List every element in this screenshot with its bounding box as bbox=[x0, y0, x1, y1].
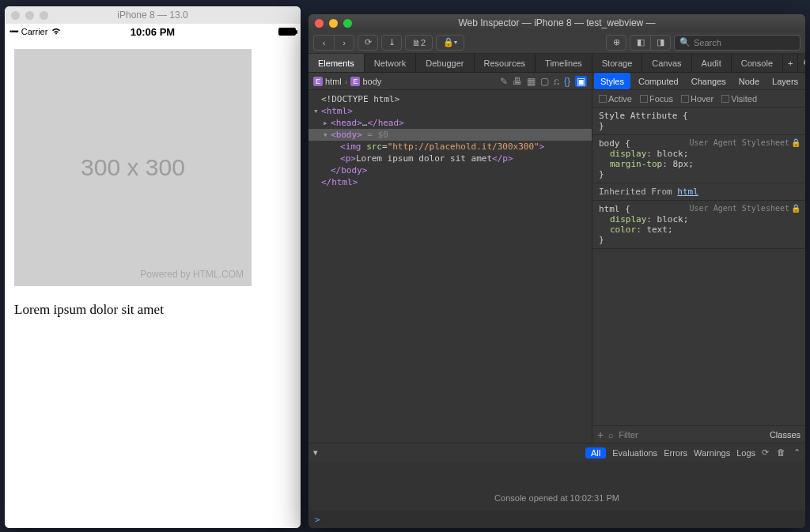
paint-icon[interactable]: ⎌ bbox=[554, 76, 559, 87]
file-stepper[interactable]: 🗎 2 bbox=[405, 35, 433, 51]
filter-input[interactable]: Filter bbox=[619, 430, 765, 440]
simulator-window: iPhone 8 — 13.0 ••••• Carrier 10:06 PM 3… bbox=[5, 6, 301, 528]
console-opened-message: Console opened at 10:02:31 PM bbox=[494, 493, 619, 503]
tab-console[interactable]: Console bbox=[732, 54, 783, 72]
styles-tab-layers[interactable]: Layers bbox=[766, 73, 804, 89]
tab-canvas[interactable]: Canvas bbox=[642, 54, 691, 72]
inspector-tabs: Elements Network Debugger Resources Time… bbox=[308, 54, 805, 73]
reload-icon[interactable]: ⟳ bbox=[762, 447, 769, 458]
powered-by-label: Powered by HTML.COM bbox=[140, 269, 244, 280]
console-toggle-icon[interactable]: ▾ bbox=[313, 447, 318, 458]
file-count: 2 bbox=[421, 38, 426, 47]
download-button[interactable]: ⤓ bbox=[381, 35, 402, 51]
dock-left-button[interactable]: ◧ bbox=[630, 35, 650, 51]
paragraph-text: Lorem ipsum dolor sit amet bbox=[14, 302, 291, 318]
box-model-icon[interactable]: ▣ bbox=[575, 76, 587, 87]
compose-icon[interactable]: ✎ bbox=[500, 76, 508, 87]
dom-tree[interactable]: <!DOCTYPE html> ▾<html> ▸<head>…</head> … bbox=[308, 90, 592, 443]
search-input[interactable]: 🔍 Search bbox=[674, 35, 801, 51]
filter-logs[interactable]: Logs bbox=[736, 448, 755, 458]
classes-button[interactable]: Classes bbox=[770, 430, 801, 440]
lock-button[interactable]: 🔒 ▾ bbox=[436, 35, 464, 51]
layout-icon[interactable]: ▦ bbox=[527, 76, 536, 87]
tab-network[interactable]: Network bbox=[365, 54, 416, 72]
lock-icon: 🔒 bbox=[791, 204, 801, 213]
inspector-toolbar: ‹ › ⟳ ⤓ 🗎 2 🔒 ▾ ⊕ ◧ ◨ 🔍 Search bbox=[308, 32, 805, 54]
tab-debugger[interactable]: Debugger bbox=[416, 54, 474, 72]
prompt-caret-icon: > bbox=[315, 515, 320, 525]
inspector-titlebar: Web Inspector — iPhone 8 — test_webview … bbox=[308, 14, 805, 32]
target-button[interactable]: ⊕ bbox=[606, 35, 626, 51]
style-attribute-block[interactable]: Style Attribute { } bbox=[592, 108, 805, 135]
dom-html-open[interactable]: ▾<html> bbox=[308, 105, 592, 117]
filter-evaluations[interactable]: Evaluations bbox=[612, 448, 657, 458]
forward-button[interactable]: › bbox=[334, 35, 354, 51]
styles-tab-changes[interactable]: Changes bbox=[685, 73, 732, 89]
pseudo-active[interactable]: Active bbox=[599, 94, 632, 104]
tab-resources[interactable]: Resources bbox=[475, 54, 536, 72]
tab-audit[interactable]: Audit bbox=[692, 54, 732, 72]
search-icon: 🔍 bbox=[679, 37, 691, 47]
styles-body[interactable]: Style Attribute { } User Agent Styleshee… bbox=[592, 108, 805, 425]
inspector-title: Web Inspector — iPhone 8 — test_webview … bbox=[308, 17, 805, 28]
dock-right-button[interactable]: ◨ bbox=[650, 35, 671, 51]
pseudo-row: Active Focus Hover Visited bbox=[592, 90, 805, 108]
inherited-header: Inherited From html bbox=[592, 183, 805, 201]
add-rule-button[interactable]: + bbox=[597, 428, 604, 441]
braces-icon[interactable]: {} bbox=[564, 76, 570, 87]
tab-elements[interactable]: Elements bbox=[308, 54, 365, 72]
filter-icon: ⌕ bbox=[608, 430, 614, 440]
crumb-body[interactable]: Ebody bbox=[350, 77, 381, 86]
console-prompt[interactable]: > bbox=[308, 511, 805, 528]
placeholder-dimensions: 300 x 300 bbox=[81, 154, 185, 181]
battery-icon bbox=[278, 28, 296, 36]
pseudo-hover[interactable]: Hover bbox=[681, 94, 713, 104]
crumb-html[interactable]: Ehtml bbox=[313, 77, 342, 86]
inspector-window: Web Inspector — iPhone 8 — test_webview … bbox=[308, 14, 805, 528]
grid-icon[interactable]: ▢ bbox=[540, 76, 549, 87]
body-rule-block[interactable]: User Agent Stylesheet🔒 body { display: b… bbox=[592, 135, 805, 183]
reload-button[interactable]: ⟳ bbox=[358, 35, 378, 51]
placeholder-image: 300 x 300 Powered by HTML.COM bbox=[14, 49, 252, 286]
dom-body-open[interactable]: ▾<body> = $0 bbox=[308, 129, 592, 141]
simulator-title: iPhone 8 — 13.0 bbox=[5, 9, 301, 21]
styles-filter-row: + ⌕ Filter Classes bbox=[592, 425, 805, 443]
search-placeholder: Search bbox=[694, 38, 721, 47]
html-rule-block[interactable]: User Agent Stylesheet🔒 html { display: b… bbox=[592, 201, 805, 249]
dom-body-close[interactable]: </body> bbox=[308, 164, 592, 176]
add-tab-button[interactable]: + bbox=[783, 54, 798, 72]
dom-p[interactable]: <p>Lorem ipsum dolor sit amet</p> bbox=[308, 153, 592, 164]
expand-icon[interactable]: ⌃ bbox=[793, 447, 801, 458]
simulator-titlebar: iPhone 8 — 13.0 bbox=[5, 6, 301, 24]
filter-all[interactable]: All bbox=[585, 447, 606, 458]
tab-storage[interactable]: Storage bbox=[592, 54, 643, 72]
tab-timelines[interactable]: Timelines bbox=[536, 54, 592, 72]
pseudo-focus[interactable]: Focus bbox=[640, 94, 673, 104]
dom-html-close[interactable]: </html> bbox=[308, 176, 592, 188]
dom-doctype[interactable]: <!DOCTYPE html> bbox=[308, 93, 592, 105]
back-button[interactable]: ‹ bbox=[313, 35, 334, 51]
phone-content: 300 x 300 Powered by HTML.COM Lorem ipsu… bbox=[5, 40, 301, 528]
lock-icon: 🔒 bbox=[791, 138, 801, 147]
statusbar-time: 10:06 PM bbox=[5, 26, 301, 38]
dom-img[interactable]: <img src="http://placehold.it/300x300"> bbox=[308, 141, 592, 153]
breadcrumb: Ehtml › Ebody ✎ 🖶 ▦ ▢ ⎌ {} ▣ bbox=[308, 73, 592, 90]
filter-errors[interactable]: Errors bbox=[664, 448, 687, 458]
phone-statusbar: ••••• Carrier 10:06 PM bbox=[5, 24, 301, 40]
pseudo-visited[interactable]: Visited bbox=[721, 94, 757, 104]
trash-icon[interactable]: 🗑 bbox=[777, 447, 785, 458]
chevron-right-icon: › bbox=[345, 77, 348, 86]
styles-tab-node[interactable]: Node bbox=[732, 73, 766, 89]
print-icon[interactable]: 🖶 bbox=[513, 76, 522, 87]
dom-head[interactable]: ▸<head>…</head> bbox=[308, 117, 592, 129]
styles-tab-styles[interactable]: Styles bbox=[594, 73, 630, 89]
styles-tabs: Styles Computed Changes Node Layers bbox=[592, 73, 805, 90]
console-filter-bar: ▾ All Evaluations Errors Warnings Logs ⟳… bbox=[308, 443, 805, 462]
console-body: Console opened at 10:02:31 PM bbox=[308, 462, 805, 511]
styles-pane: Styles Computed Changes Node Layers Acti… bbox=[592, 73, 805, 443]
filter-warnings[interactable]: Warnings bbox=[694, 448, 730, 458]
styles-tab-computed[interactable]: Computed bbox=[632, 73, 685, 89]
gear-icon[interactable]: ⚙ bbox=[798, 54, 805, 72]
